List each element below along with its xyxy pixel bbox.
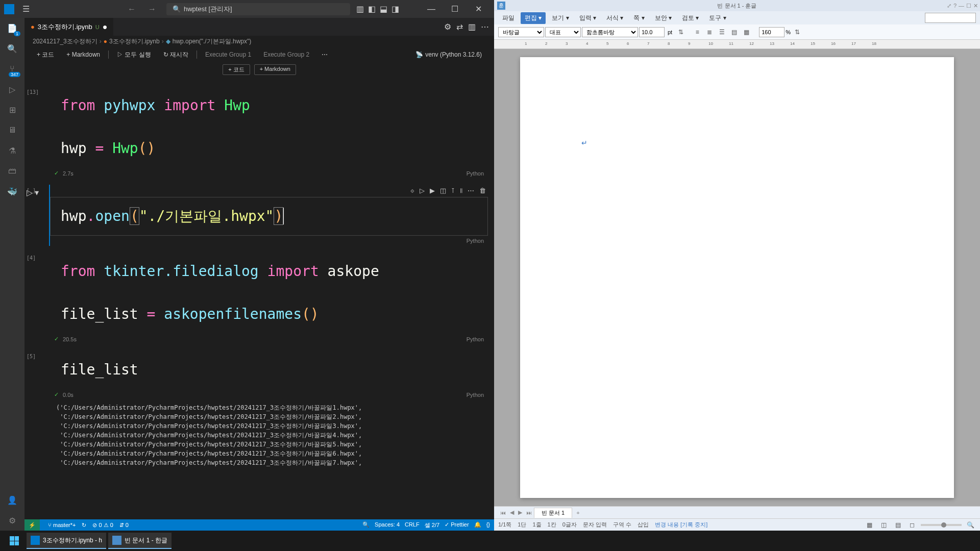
run-by-line-icon[interactable]: ⟐: [410, 187, 414, 195]
more-icon[interactable]: ⋯: [317, 50, 332, 59]
execute-above-icon[interactable]: ▷: [420, 187, 425, 195]
settings-icon[interactable]: ⚙: [5, 513, 19, 528]
bc-item[interactable]: 3조수정하기.ipynb: [109, 37, 160, 46]
code-cell[interactable]: file_list [5] ✓ 0.0s Python ('C:/Users/A…: [50, 350, 488, 470]
layout-icon[interactable]: ▥: [356, 4, 364, 14]
execute-below-icon[interactable]: ▶: [430, 187, 435, 195]
cell-input[interactable]: hwp.open("./기본파일.hwpx"): [50, 197, 488, 236]
code-cell[interactable]: from pyhwpx import Hwp hwp = Hwp() [13] …: [50, 86, 488, 179]
add-markdown-inline[interactable]: + Markdown: [254, 64, 296, 75]
rep-selector[interactable]: 대표: [545, 27, 581, 37]
testing-icon[interactable]: ⚗: [5, 143, 19, 158]
tab-nav-first-icon[interactable]: ⏮: [498, 510, 508, 516]
db-icon[interactable]: 🗃: [5, 164, 19, 178]
braces-icon[interactable]: {}: [486, 521, 490, 529]
track-changes[interactable]: 변경 내용 [기록 중지]: [655, 521, 707, 529]
compact-icon[interactable]: ⤢: [947, 3, 951, 9]
run-debug-icon[interactable]: ▷: [5, 82, 19, 96]
code-cell[interactable]: from tkinter.filedialog import askope fi…: [50, 252, 488, 344]
cell-more2-icon[interactable]: ⦀: [460, 187, 462, 195]
bc-item[interactable]: 20241217_3조수정하기: [33, 37, 97, 46]
panel-right-icon[interactable]: ◨: [391, 4, 399, 14]
minimize-button[interactable]: —: [420, 0, 443, 18]
breadcrumb[interactable]: 20241217_3조수정하기› ●3조수정하기.ipynb› ◆hwp.ope…: [24, 36, 494, 47]
kernel-selector[interactable]: 📡 venv (Python 3.12.6): [411, 50, 486, 59]
align-justify-icon[interactable]: ▤: [728, 27, 740, 38]
align-left-icon[interactable]: ≡: [692, 27, 703, 38]
split-cell-icon[interactable]: ◫: [440, 187, 446, 195]
git-branch[interactable]: ⑂ master*+: [48, 522, 76, 528]
menu-review[interactable]: 검토 ▾: [678, 12, 703, 24]
menu-edit[interactable]: 편집 ▾: [521, 12, 546, 24]
view-mode-icon[interactable]: ▦: [864, 519, 875, 531]
search-help[interactable]: [925, 13, 976, 23]
remote-indicator[interactable]: ⚡: [24, 519, 40, 531]
zoom-in-icon[interactable]: 🔍: [965, 519, 976, 531]
run-all-button[interactable]: ▷ 모두 실행: [113, 49, 155, 60]
command-center[interactable]: 🔍 hwptest [관리자]: [166, 3, 350, 15]
menu-input[interactable]: 입력 ▾: [575, 12, 600, 24]
editor-tab[interactable]: ● 3조수정하기.ipynb U ●: [24, 18, 113, 36]
tab-settings-icon[interactable]: ⚙: [444, 22, 451, 32]
view-mode2-icon[interactable]: ◫: [878, 519, 889, 531]
tab-nav-next-icon[interactable]: ▶: [516, 509, 524, 516]
line-spacing[interactable]: [759, 27, 785, 37]
doc-tab[interactable]: 빈 문서 1: [534, 508, 572, 518]
source-control-icon[interactable]: ⑂347: [5, 62, 19, 76]
search-icon[interactable]: 🔍: [5, 41, 19, 56]
page[interactable]: ↵: [520, 57, 954, 498]
close-button[interactable]: ✕: [973, 3, 978, 9]
eol[interactable]: CRLF: [405, 521, 420, 529]
add-code-inline[interactable]: + 코드: [223, 64, 250, 75]
tab-split-icon[interactable]: ▥: [468, 22, 476, 32]
add-code-button[interactable]: + 코드: [33, 49, 58, 60]
restart-button[interactable]: ↻ 재시작: [159, 49, 192, 60]
menu-tools[interactable]: 도구 ▾: [705, 12, 730, 24]
font-size[interactable]: [639, 27, 665, 37]
zoom-slider[interactable]: [921, 524, 962, 526]
taskbar-hangul[interactable]: 빈 문서 1 - 한글: [108, 533, 172, 549]
view-mode3-icon[interactable]: ▤: [892, 519, 903, 531]
exec-group1-button[interactable]: Execute Group 1: [201, 50, 255, 59]
tab-diff-icon[interactable]: ⇄: [456, 22, 463, 32]
minimize-button[interactable]: —: [959, 3, 964, 9]
hamburger-icon[interactable]: ☰: [20, 2, 32, 16]
cell-more-icon[interactable]: ⊺: [451, 187, 455, 195]
horizontal-ruler[interactable]: 123456789101112131415161718: [494, 40, 980, 49]
exec-group2-button[interactable]: Execute Group 2: [259, 50, 313, 59]
tab-nav-last-icon[interactable]: ⏭: [524, 510, 534, 516]
menu-file[interactable]: 파일: [498, 12, 519, 24]
remote-icon[interactable]: 🖥: [5, 123, 19, 137]
cell-input[interactable]: from tkinter.filedialog import askope fi…: [50, 252, 488, 334]
help-icon[interactable]: ?: [953, 3, 957, 9]
menu-view[interactable]: 보기 ▾: [548, 12, 573, 24]
taskbar-vscode[interactable]: 3조수정하기.ipynb - h: [27, 533, 106, 549]
notifications-icon[interactable]: 🔔: [474, 521, 481, 529]
sync-icon[interactable]: ↻: [82, 522, 86, 529]
document-area[interactable]: ↵: [494, 49, 980, 506]
menu-security[interactable]: 보안 ▾: [651, 12, 676, 24]
style-selector[interactable]: 바탕글: [498, 27, 544, 37]
panel-bottom-icon[interactable]: ⬓: [380, 4, 387, 14]
close-button[interactable]: ✕: [467, 0, 490, 18]
indentation[interactable]: Spaces: 4: [375, 521, 400, 529]
nav-fwd-icon[interactable]: →: [144, 3, 160, 16]
maximize-button[interactable]: ☐: [966, 3, 971, 9]
font-selector[interactable]: 함초롬바탕: [582, 27, 638, 37]
maximize-button[interactable]: ☐: [443, 0, 467, 18]
menu-page[interactable]: 쪽 ▾: [629, 12, 648, 24]
cell-ellipsis-icon[interactable]: ⋯: [468, 187, 474, 195]
size-spinner-icon[interactable]: ⇅: [675, 27, 687, 38]
docker-icon[interactable]: 🐳: [5, 184, 19, 198]
add-tab-icon[interactable]: +: [572, 510, 583, 516]
explorer-icon[interactable]: 📄1: [5, 21, 19, 35]
accounts-icon[interactable]: 👤: [5, 493, 19, 507]
extensions-icon[interactable]: ⊞: [5, 103, 19, 117]
tab-nav-prev-icon[interactable]: ◀: [508, 509, 516, 516]
tab-more-icon[interactable]: ⋯: [481, 22, 489, 32]
cell-input[interactable]: file_list: [50, 350, 488, 389]
add-markdown-button[interactable]: + Markdown: [62, 50, 104, 59]
bc-item[interactable]: hwp.open("./기본파일.hwpx"): [173, 37, 252, 46]
fit-icon[interactable]: ◻: [906, 519, 918, 531]
align-right-icon[interactable]: ☰: [716, 27, 727, 38]
